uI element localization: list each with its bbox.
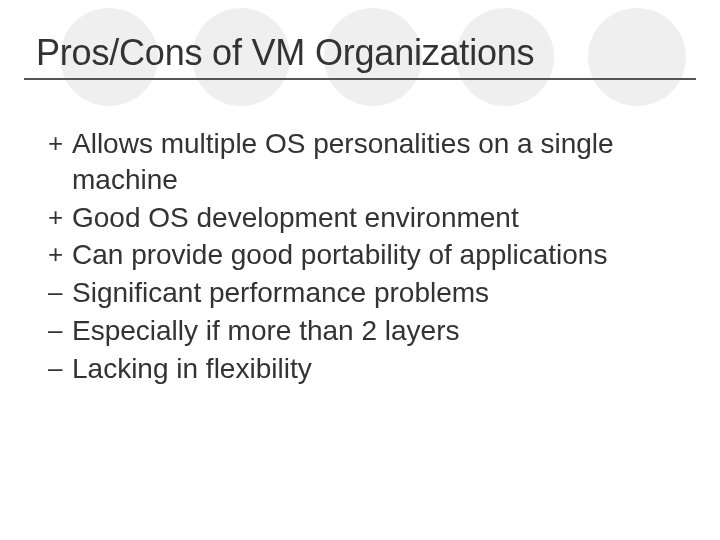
slide-content: + Allows multiple OS personalities on a … (48, 126, 660, 389)
list-item-text: Lacking in flexibility (72, 351, 660, 387)
bullet-plus-icon: + (48, 237, 72, 272)
list-item-text: Good OS development environment (72, 200, 660, 236)
list-item-text: Significant performance problems (72, 275, 660, 311)
bullet-plus-icon: + (48, 126, 72, 161)
bullet-minus-icon: – (48, 351, 72, 386)
list-item: + Can provide good portability of applic… (48, 237, 660, 273)
slide-title: Pros/Cons of VM Organizations (36, 32, 534, 74)
list-item-text: Can provide good portability of applicat… (72, 237, 660, 273)
bg-circle (588, 8, 686, 106)
list-item: + Allows multiple OS personalities on a … (48, 126, 660, 198)
bullet-plus-icon: + (48, 200, 72, 235)
list-item: – Significant performance problems (48, 275, 660, 311)
title-underline (24, 78, 696, 80)
list-item: + Good OS development environment (48, 200, 660, 236)
list-item: – Lacking in flexibility (48, 351, 660, 387)
bullet-minus-icon: – (48, 313, 72, 348)
list-item-text: Allows multiple OS personalities on a si… (72, 126, 660, 198)
bullet-minus-icon: – (48, 275, 72, 310)
list-item: – Especially if more than 2 layers (48, 313, 660, 349)
list-item-text: Especially if more than 2 layers (72, 313, 660, 349)
